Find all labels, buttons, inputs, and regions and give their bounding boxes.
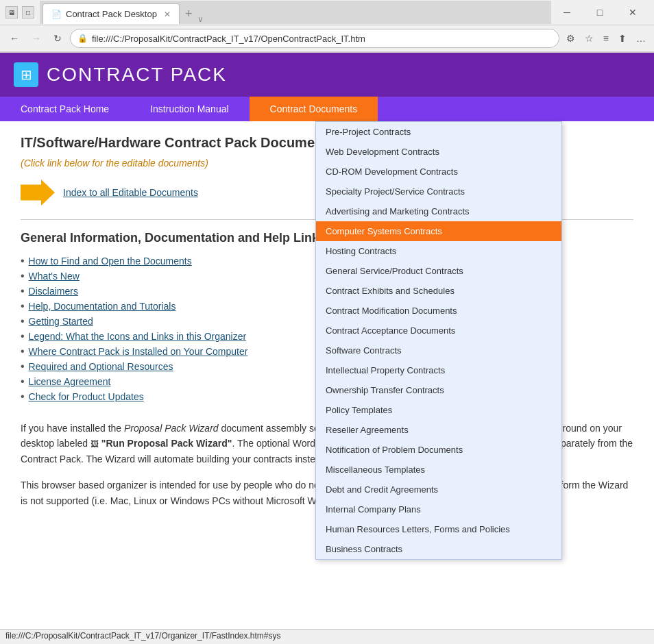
dropdown-item-5[interactable]: Computer Systems Contracts — [316, 221, 561, 241]
help-link-7[interactable]: Required and Optional Resources — [29, 361, 173, 372]
dropdown-item-17[interactable]: Miscellaneous Templates — [316, 460, 561, 480]
contract-documents-dropdown: Pre-Project ContractsWeb Development Con… — [315, 121, 562, 560]
tab-favicon: 📄 — [51, 10, 62, 19]
forward-button[interactable]: → — [27, 30, 45, 47]
help-link-9[interactable]: Check for Product Updates — [29, 391, 144, 402]
dropdown-item-12[interactable]: Intellectual Property Contracts — [316, 360, 561, 380]
dropdown-item-20[interactable]: Human Resources Letters, Forms and Polic… — [316, 519, 561, 539]
dropdown-item-21[interactable]: Business Contracts — [316, 539, 561, 559]
help-link-0[interactable]: How to Find and Open the Documents — [29, 256, 192, 267]
reading-list-button[interactable]: ≡ — [601, 30, 611, 47]
reload-button[interactable]: ↻ — [49, 30, 66, 47]
window-icon-computer: 🖥 — [5, 6, 18, 18]
tab-close-button[interactable]: ✕ — [164, 10, 171, 19]
page-content: ⊞ Contract Pack Contract Pack Home Instr… — [0, 53, 654, 601]
window-icon-tab: □ — [22, 6, 34, 18]
help-link-3[interactable]: Help, Documentation and Tutorials — [29, 301, 176, 312]
favorites-button[interactable]: ☆ — [582, 30, 596, 47]
dropdown-item-10[interactable]: Contract Acceptance Documents — [316, 321, 561, 340]
url-text: file:///C:/ProposalKit/ContractPack_IT_v… — [92, 34, 552, 44]
dropdown-item-1[interactable]: Web Development Contracts — [316, 142, 561, 162]
close-button[interactable]: ✕ — [617, 0, 649, 25]
dropdown-item-2[interactable]: CD-ROM Development Contracts — [316, 162, 561, 182]
reading-view-button[interactable]: ⚙ — [564, 30, 578, 47]
tab-title: Contract Pack Desktop — [66, 9, 157, 19]
help-link-1[interactable]: What's New — [29, 271, 80, 282]
help-link-5[interactable]: Legend: What the Icons and Links in this… — [29, 331, 247, 342]
help-link-4[interactable]: Getting Started — [29, 316, 93, 327]
back-button[interactable]: ← — [5, 30, 23, 47]
nav-item-home[interactable]: Contract Pack Home — [0, 97, 130, 121]
address-bar[interactable]: 🔒 file:///C:/ProposalKit/ContractPack_IT… — [70, 29, 559, 48]
dropdown-item-19[interactable]: Internal Company Plans — [316, 499, 561, 519]
nav-item-manual[interactable]: Instruction Manual — [130, 97, 249, 121]
dropdown-item-9[interactable]: Contract Modification Documents — [316, 301, 561, 321]
help-link-6[interactable]: Where Contract Pack is Installed on Your… — [29, 346, 248, 357]
site-nav-menu: Contract Pack Home Instruction Manual Co… — [0, 97, 654, 121]
dropdown-item-7[interactable]: General Service/Product Contracts — [316, 261, 561, 281]
dropdown-item-13[interactable]: Ownership Transfer Contracts — [316, 380, 561, 400]
nav-item-contracts[interactable]: Contract Documents — [250, 97, 378, 121]
security-icon: 🔒 — [77, 34, 88, 43]
index-link[interactable]: Index to all Editable Documents — [63, 187, 198, 198]
dropdown-item-0[interactable]: Pre-Project Contracts — [316, 122, 561, 142]
more-button[interactable]: … — [633, 30, 649, 47]
dropdown-item-16[interactable]: Notification of Problem Documents — [316, 440, 561, 460]
browser-tab[interactable]: 📄 Contract Pack Desktop ✕ — [43, 3, 180, 24]
header-banner: ⊞ Contract Pack — [0, 53, 654, 97]
dropdown-item-14[interactable]: Policy Templates — [316, 400, 561, 420]
arrow-icon — [21, 179, 55, 206]
help-link-8[interactable]: License Agreement — [29, 376, 111, 387]
dropdown-item-11[interactable]: Software Contracts — [316, 340, 561, 360]
tab-chevron-button[interactable]: ∨ — [197, 14, 204, 24]
minimize-button[interactable]: ─ — [551, 0, 583, 25]
share-button[interactable]: ⬆ — [616, 30, 629, 47]
banner-title: Contract Pack — [47, 64, 227, 86]
help-link-2[interactable]: Disclaimers — [29, 286, 78, 297]
dropdown-item-15[interactable]: Reseller Agreements — [316, 420, 561, 440]
dropdown-item-4[interactable]: Advertising and Marketing Contracts — [316, 201, 561, 221]
logo-icon: ⊞ — [14, 62, 38, 87]
new-tab-button[interactable]: + — [180, 3, 198, 24]
maximize-button[interactable]: □ — [584, 0, 616, 25]
dropdown-item-18[interactable]: Debt and Credit Agreements — [316, 480, 561, 499]
dropdown-item-3[interactable]: Specialty Project/Service Contracts — [316, 182, 561, 201]
dropdown-item-8[interactable]: Contract Exhibits and Schedules — [316, 281, 561, 301]
dropdown-item-6[interactable]: Hosting Contracts — [316, 241, 561, 261]
